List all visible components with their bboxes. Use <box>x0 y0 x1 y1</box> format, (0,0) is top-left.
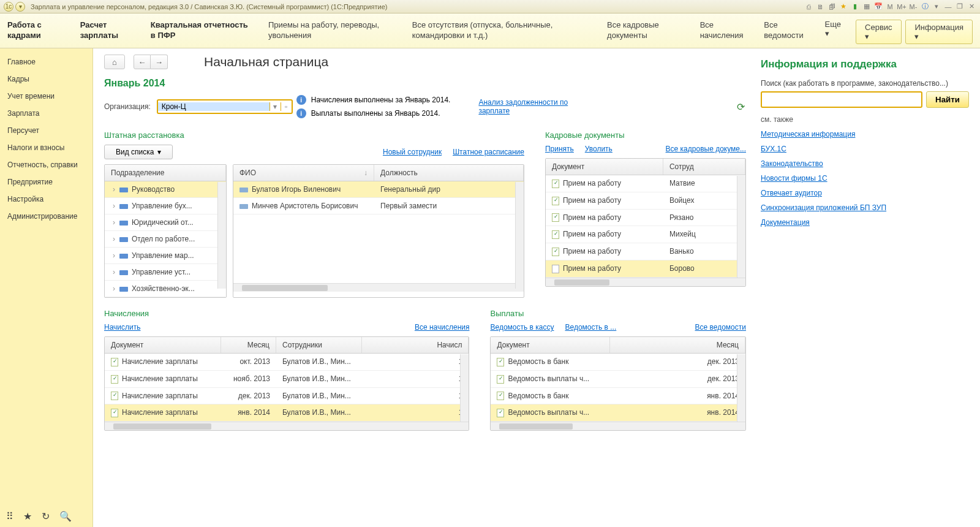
back-button[interactable]: ← <box>134 55 151 69</box>
search-icon[interactable]: 🔍 <box>59 510 72 522</box>
star-icon[interactable]: ★ <box>23 510 32 522</box>
col-pos[interactable]: Должность <box>374 165 524 181</box>
dept-row[interactable]: ›Управление бух... <box>105 198 226 214</box>
calc-link[interactable]: Начислить <box>104 323 140 332</box>
col-sum[interactable]: Начисл <box>362 337 469 353</box>
service-button[interactable]: Сервис ▾ <box>856 20 902 44</box>
nav-company[interactable]: Предприятие <box>0 173 92 191</box>
accrual-row[interactable]: Начисление зарплатынояб. 2013Булатов И.В… <box>105 371 469 388</box>
dept-row[interactable]: ›Руководство <box>105 181 226 198</box>
all-payments-link[interactable]: Все ведомости <box>695 323 746 332</box>
nav-main[interactable]: Главное <box>0 53 92 70</box>
col-month[interactable]: Месяц <box>610 337 745 353</box>
menu-hr[interactable]: Работа с кадрами <box>7 20 65 40</box>
emp-row[interactable]: Булатов Игорь ВиленовичГенеральный дир <box>233 181 524 198</box>
check-icon[interactable]: ▮ <box>850 2 860 12</box>
m-icon[interactable]: M <box>885 2 895 12</box>
debt-link[interactable]: Анализ задолженности по зарплате <box>478 98 570 115</box>
support-link[interactable]: Синхронизация приложений БП ЗУП <box>761 203 969 212</box>
payment-row[interactable]: Ведомость в банкянв. 2014 <box>491 388 745 405</box>
support-link[interactable]: Документация <box>761 218 969 227</box>
menu-salary[interactable]: Расчет зарплаты <box>80 20 135 40</box>
schedule-link[interactable]: Штатное расписание <box>453 148 524 156</box>
org-combobox[interactable]: ▾ ▫ <box>157 99 293 114</box>
nav-taxes[interactable]: Налоги и взносы <box>0 139 92 156</box>
col-emp[interactable]: Сотруд <box>663 159 745 175</box>
calendar-icon[interactable]: 📅 <box>873 2 883 12</box>
maximize-icon[interactable]: ❐ <box>955 2 965 12</box>
col-emp[interactable]: Сотрудники <box>276 337 362 353</box>
col-doc[interactable]: Документ <box>491 337 610 353</box>
printer-icon[interactable]: ⎙ <box>804 2 813 12</box>
refresh-icon[interactable]: ⟳ <box>735 101 746 112</box>
dept-row[interactable]: ›Отдел по работе... <box>105 231 226 248</box>
cash-link[interactable]: Ведомость в кассу <box>490 323 554 332</box>
hrdoc-row[interactable]: Прием на работуВанько <box>546 243 745 260</box>
dropdown2-icon[interactable]: ▾ <box>932 2 941 12</box>
col-month[interactable]: Месяц <box>221 337 276 353</box>
nav-pers[interactable]: Персучет <box>0 122 92 139</box>
m-plus-icon[interactable]: M+ <box>897 2 907 12</box>
search-input[interactable] <box>761 91 922 108</box>
menu-absence[interactable]: Все отсутствия (отпуска, больничные, ком… <box>412 20 592 40</box>
nav-hr[interactable]: Кадры <box>0 70 92 88</box>
support-link[interactable]: Методическая информация <box>761 130 969 138</box>
find-button[interactable]: Найти <box>926 91 969 108</box>
hscroll[interactable] <box>105 422 469 430</box>
payment-row[interactable]: Ведомость выплаты ч...янв. 2014 <box>491 404 745 422</box>
menu-all-hr[interactable]: Все кадровые документы <box>607 20 685 40</box>
org-open-icon[interactable]: ▫ <box>281 102 292 111</box>
menu-sheets[interactable]: Все ведомости <box>764 20 809 40</box>
support-link[interactable]: Отвечает аудитор <box>761 189 969 197</box>
copy-icon[interactable]: 🗐 <box>827 2 837 12</box>
dept-row[interactable]: ›Управление уст... <box>105 264 226 281</box>
hscroll[interactable] <box>233 283 524 292</box>
forward-button[interactable]: → <box>151 55 168 69</box>
dept-row[interactable]: ›Хозяйственно-эк... <box>105 281 226 297</box>
emp-row[interactable]: Минчев Аристотель БорисовичПервый замест… <box>233 198 524 214</box>
grid-icon[interactable]: ▦ <box>862 2 872 12</box>
accrual-row[interactable]: Начисление зарплатыдек. 2013Булатов И.В.… <box>105 388 469 405</box>
menu-accruals[interactable]: Все начисления <box>700 20 749 40</box>
vscroll[interactable] <box>737 176 745 278</box>
nav-salary[interactable]: Зарплата <box>0 105 92 122</box>
col-fio[interactable]: ФИО↓ <box>233 165 374 181</box>
to-link[interactable]: Ведомость в ... <box>565 323 616 332</box>
hrdoc-row[interactable]: Прием на работуРязано <box>546 210 745 227</box>
list-view-button[interactable]: Вид списка ▾ <box>104 145 173 159</box>
vscroll[interactable] <box>737 354 745 422</box>
menu-more[interactable]: Еще ▾ <box>825 20 843 38</box>
hrdoc-row[interactable]: Прием на работуВойцех <box>546 192 745 210</box>
doc-icon[interactable]: 🗎 <box>815 2 825 12</box>
menu-hiring[interactable]: Приемы на работу, переводы, увольнения <box>268 20 397 40</box>
nav-admin[interactable]: Администрирование <box>0 208 92 225</box>
apps-icon[interactable]: ⠿ <box>6 510 13 522</box>
all-accruals-link[interactable]: Все начисления <box>415 323 470 332</box>
payment-row[interactable]: Ведомость выплаты ч...дек. 2013 <box>491 371 745 388</box>
fire-link[interactable]: Уволить <box>585 145 612 153</box>
help-icon[interactable]: ⓘ <box>920 2 930 12</box>
vscroll[interactable] <box>460 354 469 422</box>
support-link[interactable]: Законодательство <box>761 159 969 168</box>
col-doc[interactable]: Документ <box>546 159 663 175</box>
dropdown-icon[interactable]: ▾ <box>15 2 25 12</box>
col-dept[interactable]: Подразделение <box>105 165 226 181</box>
favorite-icon[interactable]: ★ <box>839 2 848 12</box>
home-button[interactable]: ⌂ <box>104 55 125 69</box>
payment-row[interactable]: Ведомость в банкдек. 2013 <box>491 354 745 371</box>
hscroll[interactable] <box>546 278 745 286</box>
dept-row[interactable]: ›Управление мар... <box>105 248 226 264</box>
nav-reports[interactable]: Отчетность, справки <box>0 156 92 173</box>
dept-row[interactable]: ›Юридический от... <box>105 214 226 231</box>
close-icon[interactable]: ✕ <box>967 2 976 12</box>
nav-settings[interactable]: Настройка <box>0 191 92 208</box>
support-link[interactable]: Новости фирмы 1С <box>761 174 969 183</box>
support-link[interactable]: БУХ.1С <box>761 145 969 153</box>
accrual-row[interactable]: Начисление зарплатыокт. 2013Булатов И.В.… <box>105 354 469 371</box>
m-minus-icon[interactable]: M- <box>908 2 918 12</box>
org-drop-icon[interactable]: ▾ <box>270 102 281 111</box>
vscroll[interactable] <box>217 182 226 289</box>
history-icon[interactable]: ↻ <box>42 510 50 522</box>
hrdoc-row[interactable]: Прием на работуМихейц <box>546 226 745 243</box>
accrual-row[interactable]: Начисление зарплатыянв. 2014Булатов И.В.… <box>105 404 469 422</box>
